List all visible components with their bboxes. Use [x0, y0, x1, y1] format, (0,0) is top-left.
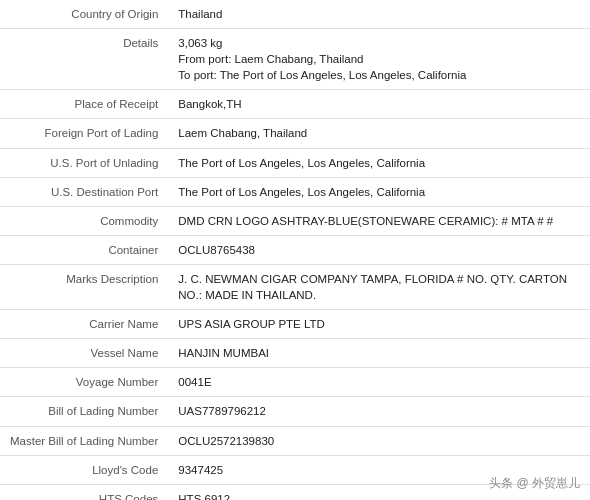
table-row: U.S. Port of UnladingThe Port of Los Ang… [0, 148, 590, 177]
table-row: Voyage Number0041E [0, 368, 590, 397]
table-row: Country of OriginThailand [0, 0, 590, 29]
row-label: Details [0, 29, 168, 90]
row-value: UPS ASIA GROUP PTE LTD [168, 310, 590, 339]
table-row: U.S. Destination PortThe Port of Los Ang… [0, 177, 590, 206]
table-row: Place of ReceiptBangkok,TH [0, 90, 590, 119]
row-label: Vessel Name [0, 339, 168, 368]
row-label: Container [0, 235, 168, 264]
table-row: CommodityDMD CRN LOGO ASHTRAY-BLUE(STONE… [0, 206, 590, 235]
row-label: U.S. Destination Port [0, 177, 168, 206]
row-value: HANJIN MUMBAI [168, 339, 590, 368]
row-label: HTS Codes [0, 484, 168, 500]
row-value: 0041E [168, 368, 590, 397]
table-row: Details3,063 kgFrom port: Laem Chabang, … [0, 29, 590, 90]
row-value: The Port of Los Angeles, Los Angeles, Ca… [168, 177, 590, 206]
table-row: ContainerOCLU8765438 [0, 235, 590, 264]
row-value: Bangkok,TH [168, 90, 590, 119]
row-value: Thailand [168, 0, 590, 29]
row-value: The Port of Los Angeles, Los Angeles, Ca… [168, 148, 590, 177]
row-label: Country of Origin [0, 0, 168, 29]
row-label: Foreign Port of Lading [0, 119, 168, 148]
row-label: Carrier Name [0, 310, 168, 339]
row-label: Place of Receipt [0, 90, 168, 119]
row-label: Voyage Number [0, 368, 168, 397]
row-label: Master Bill of Lading Number [0, 426, 168, 455]
table-row: Master Bill of Lading NumberOCLU25721398… [0, 426, 590, 455]
table-row: Foreign Port of LadingLaem Chabang, Thai… [0, 119, 590, 148]
table-row: Bill of Lading NumberUAS7789796212 [0, 397, 590, 426]
row-label: Lloyd's Code [0, 455, 168, 484]
watermark: 头条 @ 外贸崽儿 [489, 475, 580, 492]
row-value: OCLU8765438 [168, 235, 590, 264]
row-label: U.S. Port of Unlading [0, 148, 168, 177]
row-value: DMD CRN LOGO ASHTRAY-BLUE(STONEWARE CERA… [168, 206, 590, 235]
table-row: Marks DescriptionJ. C. NEWMAN CIGAR COMP… [0, 264, 590, 309]
row-value: Laem Chabang, Thailand [168, 119, 590, 148]
info-table: Country of OriginThailandDetails3,063 kg… [0, 0, 590, 500]
table-row: Carrier NameUPS ASIA GROUP PTE LTD [0, 310, 590, 339]
table-row: Vessel NameHANJIN MUMBAI [0, 339, 590, 368]
row-value: OCLU2572139830 [168, 426, 590, 455]
row-value: UAS7789796212 [168, 397, 590, 426]
row-label: Marks Description [0, 264, 168, 309]
row-label: Bill of Lading Number [0, 397, 168, 426]
row-label: Commodity [0, 206, 168, 235]
row-value: 3,063 kgFrom port: Laem Chabang, Thailan… [168, 29, 590, 90]
row-value: J. C. NEWMAN CIGAR COMPANY TAMPA, FLORID… [168, 264, 590, 309]
page-wrapper: Country of OriginThailandDetails3,063 kg… [0, 0, 590, 500]
